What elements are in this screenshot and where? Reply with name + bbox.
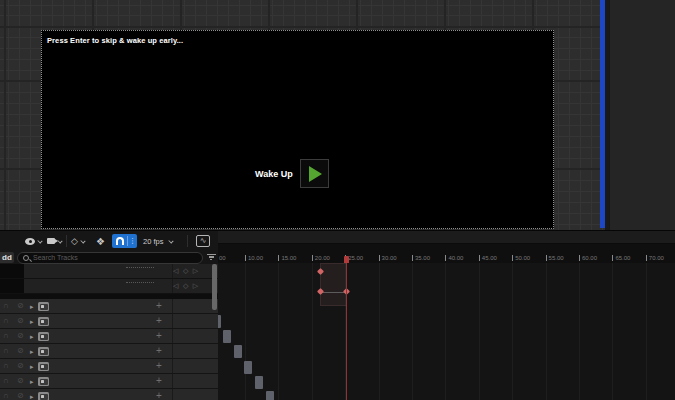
wake-up-button[interactable] xyxy=(300,159,329,188)
search-tracks-box[interactable] xyxy=(17,252,203,264)
track-row-5[interactable]: ∩ ⊘ ▸ + xyxy=(0,344,218,359)
vertical-scrollbar-thumb[interactable] xyxy=(212,264,217,310)
expand-arrow-icon[interactable]: ▸ xyxy=(30,378,34,385)
mute-icon[interactable]: ∩ xyxy=(3,317,9,325)
disable-icon[interactable]: ⊘ xyxy=(17,302,24,310)
add-section-button[interactable]: + xyxy=(156,331,162,341)
add-section-button[interactable]: + xyxy=(156,301,162,311)
mute-icon[interactable]: ∩ xyxy=(3,377,9,385)
expand-arrow-icon[interactable]: ▸ xyxy=(30,303,34,310)
eye-icon xyxy=(25,238,35,245)
add-button-clipped[interactable]: dd xyxy=(0,252,14,263)
view-options-button[interactable] xyxy=(25,231,42,251)
tick-label: 65.00 xyxy=(615,255,630,261)
tick-mark xyxy=(646,255,647,261)
prev-key-icon[interactable]: ◁ xyxy=(173,282,178,290)
section-block[interactable] xyxy=(234,345,242,358)
track-row-8[interactable]: ∩ ⊘ ▸ + xyxy=(0,389,218,400)
mute-icon[interactable]: ∩ xyxy=(3,362,9,370)
timeline-gridline xyxy=(278,263,279,400)
disable-icon[interactable]: ⊘ xyxy=(17,392,24,400)
game-preview-viewport: Press Enter to skip & wake up early... W… xyxy=(41,30,554,229)
disable-icon[interactable]: ⊘ xyxy=(17,347,24,355)
expand-arrow-icon[interactable]: ▸ xyxy=(30,393,34,400)
playhead-handle[interactable] xyxy=(344,256,349,263)
channel-body: ◁◇▷ xyxy=(24,264,218,278)
diamond-icon: ◇ xyxy=(71,236,78,246)
timeline-body[interactable] xyxy=(218,263,675,400)
ruler-tick: 35.00 xyxy=(412,255,430,261)
tick-label: 25.00 xyxy=(348,255,363,261)
selected-key-range[interactable] xyxy=(320,263,348,306)
camera-icon xyxy=(47,238,55,244)
curve-editor-button[interactable]: ∿ xyxy=(196,231,210,251)
sprite-track-icon xyxy=(38,317,49,326)
column-divider xyxy=(172,299,173,313)
add-section-button[interactable]: + xyxy=(156,346,162,356)
filter-icon[interactable] xyxy=(206,254,216,262)
track-row-7[interactable]: ∩ ⊘ ▸ + xyxy=(0,374,218,389)
timeline-gridline xyxy=(412,263,413,400)
tick-mark xyxy=(278,255,279,261)
section-block[interactable] xyxy=(223,330,231,343)
channel-row-A[interactable]: ◁◇▷ xyxy=(0,279,218,294)
next-key-icon[interactable]: ▷ xyxy=(193,282,198,290)
track-row-4[interactable]: ∩ ⊘ ▸ + xyxy=(0,329,218,344)
section-block[interactable] xyxy=(255,376,263,389)
time-ruler[interactable]: 00 10.00 15.00 20.00 25.00 30.00 35.00 4… xyxy=(218,244,675,263)
ruler-tick: 40.00 xyxy=(445,255,463,261)
tick-label: 50.00 xyxy=(515,255,530,261)
disable-icon[interactable]: ⊘ xyxy=(17,362,24,370)
tick-label: 30.00 xyxy=(382,255,397,261)
disable-icon[interactable]: ⊘ xyxy=(17,377,24,385)
prev-key-icon[interactable]: ◁ xyxy=(173,267,178,275)
playhead-line[interactable] xyxy=(346,263,347,400)
track-row-6[interactable]: ∩ ⊘ ▸ + xyxy=(0,359,218,374)
expand-arrow-icon[interactable]: ▸ xyxy=(30,363,34,370)
timeline-gridline xyxy=(245,263,246,400)
add-section-button[interactable]: + xyxy=(156,376,162,386)
tick-mark xyxy=(312,255,313,261)
frame-rate-dropdown[interactable]: 20 fps xyxy=(143,231,173,251)
timeline-gridline xyxy=(512,263,513,400)
tick-mark xyxy=(379,255,380,261)
column-divider xyxy=(172,314,173,328)
expand-arrow-icon[interactable]: ▸ xyxy=(30,318,34,325)
set-key-icon[interactable]: ◇ xyxy=(183,267,188,275)
tick-mark xyxy=(612,255,613,261)
curve-editor-icon: ∿ xyxy=(196,235,210,247)
keyframe-options-button[interactable]: ◇ xyxy=(71,231,85,251)
section-block[interactable] xyxy=(218,315,221,328)
tick-label: 45.00 xyxy=(482,255,497,261)
channel-gutter xyxy=(0,264,24,278)
play-icon xyxy=(309,166,322,182)
mute-icon[interactable]: ∩ xyxy=(3,392,9,400)
expand-arrow-icon[interactable]: ▸ xyxy=(30,333,34,340)
disable-icon[interactable]: ⊘ xyxy=(17,317,24,325)
tick-label: 35.00 xyxy=(415,255,430,261)
channel-value-field[interactable] xyxy=(126,267,154,268)
render-options-button[interactable] xyxy=(47,231,62,251)
mute-icon[interactable]: ∩ xyxy=(3,347,9,355)
set-key-icon[interactable]: ◇ xyxy=(183,282,188,290)
channel-row-B[interactable]: ◁◇▷ xyxy=(0,264,218,279)
section-block[interactable] xyxy=(244,361,252,374)
tick-mark xyxy=(479,255,480,261)
auto-key-button[interactable]: ❖ xyxy=(96,231,105,251)
expand-arrow-icon[interactable]: ▸ xyxy=(30,348,34,355)
disable-icon[interactable]: ⊘ xyxy=(17,332,24,340)
snapping-toggle-active[interactable]: ⋮ xyxy=(112,234,137,248)
channel-value-field[interactable] xyxy=(126,282,154,283)
mute-icon[interactable]: ∩ xyxy=(3,332,9,340)
add-section-button[interactable]: + xyxy=(156,361,162,371)
mute-icon[interactable]: ∩ xyxy=(3,302,9,310)
section-block[interactable] xyxy=(266,391,274,400)
search-tracks-input[interactable] xyxy=(33,254,173,261)
track-row-3[interactable]: ∩ ⊘ ▸ + xyxy=(0,314,218,329)
add-section-button[interactable]: + xyxy=(156,391,162,400)
next-key-icon[interactable]: ▷ xyxy=(193,267,198,275)
add-section-button[interactable]: + xyxy=(156,316,162,326)
snap-options-dots-icon[interactable]: ⋮ xyxy=(129,237,136,245)
ruler-tick: 15.00 xyxy=(278,255,296,261)
track-row-2[interactable]: ∩ ⊘ ▸ + xyxy=(0,299,218,314)
